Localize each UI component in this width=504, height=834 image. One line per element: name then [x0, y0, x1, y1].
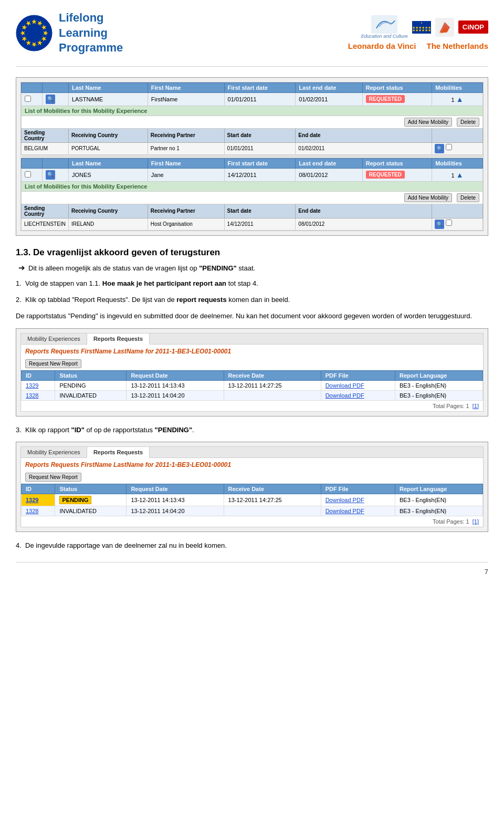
report2-row-1328: 1328 INVALIDATED 13-12-2011 14:04:20 Dow…: [22, 506, 483, 516]
cinop-logo: CiNOP: [458, 20, 488, 34]
col2-status: Report status: [362, 158, 432, 168]
step-2b: De rapportstatus "Pending" is ingevuld e…: [16, 311, 488, 322]
sub2-search-icon[interactable]: 🔍: [435, 220, 444, 229]
row2-search-icon[interactable]: 🔍: [43, 168, 69, 181]
report2-pdf-1329[interactable]: Download PDF: [321, 494, 395, 506]
header-right: Education and Culture ★★★★★★ ★★★★★★: [348, 15, 488, 50]
add-new-mobility-button-2[interactable]: Add New Mobility: [404, 193, 452, 202]
request-new-report-button-2[interactable]: Request New Report: [25, 473, 81, 482]
reports-inner-1: Mobility Experiences Reports Requests Re…: [20, 333, 484, 412]
sub-col-sending: Sending Country: [22, 128, 69, 142]
request-new-report-button-1[interactable]: Request New Report: [25, 359, 81, 368]
row2-checkbox[interactable]: [22, 168, 43, 181]
col2-checkbox: [22, 158, 43, 168]
tab-reports-requests-2[interactable]: Reports Requests: [87, 447, 150, 458]
sub-table-header: Sending Country Receiving Country Receiv…: [22, 128, 483, 142]
pending-highlight-badge[interactable]: PENDING: [59, 496, 91, 504]
tab-mobility-experiences-2[interactable]: Mobility Experiences: [21, 447, 87, 457]
report2-language-1329: BE3 - English(EN): [395, 494, 483, 506]
expand-icon-2[interactable]: ▲: [456, 171, 464, 179]
report-col-status: Status: [55, 370, 127, 380]
reports-box-1: Mobility Experiences Reports Requests Re…: [16, 328, 488, 416]
total-pages-2: Total Pages: 1 [1]: [21, 516, 483, 527]
report-row-1329: 1329 PENDING 13-12-2011 14:13:43 13-12-2…: [22, 380, 483, 390]
sub-table-header-2: Sending Country Receiving Country Receiv…: [22, 204, 483, 218]
sub-start-1: 01/01/2011: [224, 142, 296, 154]
report-request-date-1329: 13-12-2011 14:13:43: [127, 380, 224, 390]
sub-end-1: 01/02/2011: [296, 142, 432, 154]
sub2-end: 08/01/2012: [296, 218, 432, 230]
sub-sending-1: BELGIUM: [22, 142, 69, 154]
step3-text: Klik op rapport "ID" of op de rapportsta…: [25, 426, 194, 434]
reports-title-2: Reports Requests FirstName LastName for …: [21, 458, 483, 471]
subheader-text: List of Mobilities for this Mobility Exp…: [22, 106, 483, 116]
svg-text:★★★★★★: ★★★★★★: [412, 28, 431, 32]
col-mobilities: Mobilities: [432, 82, 483, 92]
table-row-2: 🔍 JONES Jane 14/12/2011 08/01/2012 REQUE…: [22, 168, 483, 181]
bullet-line: ➔ Dit is alleen mogelijk als de status v…: [18, 263, 488, 274]
reports-title-1: Reports Requests FirstName LastName for …: [21, 345, 483, 357]
col-lastname: Last Name: [68, 82, 148, 92]
report2-row-1329-highlighted: 1329 PENDING 13-12-2011 14:13:43 13-12-2…: [22, 494, 483, 506]
col2-enddate: Last end date: [296, 158, 362, 168]
sub2-partner: Host Organisation: [148, 218, 224, 230]
sub2-sending: LIECHTENSTEIN: [22, 218, 69, 230]
bullet-text: Dit is alleen mogelijk als de status van…: [28, 263, 255, 274]
tab-mobility-experiences-1[interactable]: Mobility Experiences: [21, 333, 87, 344]
add-new-mobility-button-1[interactable]: Add New Mobility: [404, 118, 452, 127]
sub2-checkbox[interactable]: [446, 220, 452, 226]
delete-button-2[interactable]: Delete: [457, 193, 479, 202]
sub-checkbox-1[interactable]: [446, 144, 452, 150]
reports-box-2: Mobility Experiences Reports Requests Re…: [16, 442, 488, 532]
education-culture-text: Education and Culture: [361, 34, 408, 39]
report-col-language: Report Language: [395, 370, 483, 380]
report-pdf-1328[interactable]: Download PDF: [321, 390, 395, 400]
tab-reports-requests-1[interactable]: Reports Requests: [87, 333, 150, 345]
sub-col-enddate: End date: [296, 128, 432, 142]
sub-search-icon-1[interactable]: 🔍: [435, 144, 444, 153]
sub2-col-receiving: Receiving Country: [68, 204, 148, 218]
sub-col-startdate: Start date: [224, 128, 296, 142]
reports-table-1: ID Status Request Date Receive Date PDF …: [21, 370, 483, 401]
row-search-icon[interactable]: 🔍: [43, 92, 69, 106]
sub-table-row-2: LIECHTENSTEIN IRELAND Host Organisation …: [22, 218, 483, 230]
report-id-1328[interactable]: 1328: [22, 390, 55, 400]
report2-status-1329[interactable]: PENDING: [55, 494, 127, 506]
report2-id-1328[interactable]: 1328: [22, 506, 55, 516]
svg-rect-13: [371, 15, 397, 34]
report2-request-date-1329: 13-12-2011 14:13:43: [127, 494, 224, 506]
report-id-1329[interactable]: 1329: [22, 380, 55, 390]
sub-receiving-1: PORTUGAL: [68, 142, 148, 154]
step-1: 1. Volg de stappen van 1.1. Hoe maak je …: [16, 278, 488, 289]
sub-actions-1[interactable]: 🔍: [432, 142, 483, 154]
col-status: Report status: [362, 82, 432, 92]
step2-label: 2.: [16, 296, 22, 304]
col-search: [43, 82, 69, 92]
arrow-bullet-icon: ➔: [18, 263, 25, 273]
report-pdf-1329[interactable]: Download PDF: [321, 380, 395, 390]
report-language-1328: BE3 - English(EN): [395, 390, 483, 400]
col-firstname: First Name: [148, 82, 224, 92]
sub2-col-startdate: Start date: [224, 204, 296, 218]
step2-text: Klik op tabblad "Report Requests". De li…: [25, 296, 290, 304]
sub-table-row-1: BELGIUM PORTUGAL Partner no 1 01/01/2011…: [22, 142, 483, 154]
report2-pdf-1328[interactable]: Download PDF: [321, 506, 395, 516]
row-checkbox[interactable]: [22, 92, 43, 106]
expand-icon[interactable]: ▲: [456, 95, 464, 103]
delete-button-1[interactable]: Delete: [457, 118, 479, 127]
report-col-receive-date: Receive Date: [224, 370, 321, 380]
report-col-pdf: PDF File: [321, 370, 395, 380]
report2-receive-date-1328: [224, 506, 321, 516]
report-request-date-1328: 13-12-2011 14:04:20: [127, 390, 224, 400]
total-pages-1: Total Pages: 1 [1]: [21, 401, 483, 411]
col2-startdate: First start date: [224, 158, 296, 168]
sub2-actions[interactable]: 🔍: [432, 218, 483, 230]
sub2-col-partner: Receiving Partner: [148, 204, 224, 218]
subheader-row-2: List of Mobilities for this Mobility Exp…: [22, 181, 483, 191]
report2-id-1329[interactable]: 1329: [22, 494, 55, 506]
sub-partner-1: Partner no 1: [148, 142, 224, 154]
step-4: 4. De ingevulde rapportage van de deelne…: [16, 540, 488, 551]
eu-flag-small-icon: ★★★★★★ ★★★★★★: [412, 21, 431, 34]
step1-text: Volg de stappen van 1.1. Hoe maak je het…: [25, 279, 258, 287]
row2-firstname: Jane: [148, 168, 224, 181]
